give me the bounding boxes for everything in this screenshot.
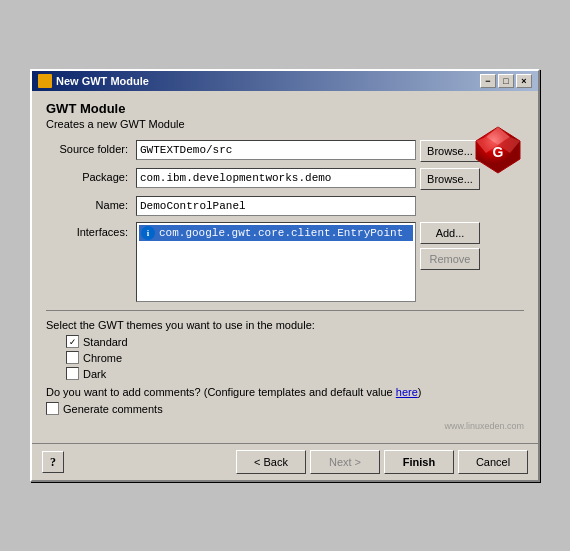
remove-interface-button[interactable]: Remove xyxy=(420,248,480,270)
add-interface-button[interactable]: Add... xyxy=(420,222,480,244)
watermark: www.linuxeden.com xyxy=(46,419,524,433)
watermark-text: www.linuxeden.com xyxy=(444,421,524,431)
navigation-buttons: < Back Next > Finish Cancel xyxy=(236,450,528,474)
package-browse-button[interactable]: Browse... xyxy=(420,168,480,190)
package-label: Package: xyxy=(46,168,136,183)
chrome-checkbox[interactable] xyxy=(66,351,79,364)
comments-section: Do you want to add comments? (Configure … xyxy=(46,386,524,415)
source-folder-label: Source folder: xyxy=(46,140,136,155)
next-button[interactable]: Next > xyxy=(310,450,380,474)
gwt-logo: G xyxy=(472,123,524,175)
help-button[interactable]: ? xyxy=(42,451,64,473)
dark-checkbox[interactable] xyxy=(66,367,79,380)
finish-button[interactable]: Finish xyxy=(384,450,454,474)
titlebar-left: New GWT Module xyxy=(38,74,149,88)
configure-link[interactable]: here xyxy=(396,386,418,398)
maximize-button[interactable]: □ xyxy=(498,74,514,88)
comments-after-text: ) xyxy=(418,386,422,398)
section-description: Creates a new GWT Module xyxy=(46,118,524,130)
source-folder-row: Source folder: Browse... xyxy=(46,140,524,162)
themes-label: Select the GWT themes you want to use in… xyxy=(46,319,524,331)
app-icon xyxy=(38,74,52,88)
minimize-button[interactable]: − xyxy=(480,74,496,88)
logo-area: G xyxy=(472,123,524,175)
close-button[interactable]: × xyxy=(516,74,532,88)
dark-theme-row: Dark xyxy=(66,367,524,380)
interfaces-listbox[interactable]: i com.google.gwt.core.client.EntryPoint xyxy=(136,222,416,302)
interface-entry[interactable]: i com.google.gwt.core.client.EntryPoint xyxy=(139,225,413,241)
titlebar-buttons: − □ × xyxy=(480,74,532,88)
source-folder-browse-button[interactable]: Browse... xyxy=(420,140,480,162)
source-folder-input[interactable] xyxy=(136,140,416,160)
window-title: New GWT Module xyxy=(56,75,149,87)
package-row: Package: Browse... xyxy=(46,168,524,190)
interfaces-action-buttons: Add... Remove xyxy=(420,222,480,270)
dialog-footer: ? < Back Next > Finish Cancel xyxy=(32,443,538,480)
generate-comments-row: Generate comments xyxy=(46,402,524,415)
chrome-theme-row: Chrome xyxy=(66,351,524,364)
dialog-content: G GWT Module Creates a new GWT Module So… xyxy=(32,91,538,443)
chrome-label: Chrome xyxy=(83,352,122,364)
main-window: New GWT Module − □ × xyxy=(30,69,540,482)
comments-before-text: Do you want to add comments? (Configure … xyxy=(46,386,396,398)
interfaces-label: Interfaces: xyxy=(46,222,136,238)
standard-theme-row: ✓ Standard xyxy=(66,335,524,348)
package-input[interactable] xyxy=(136,168,416,188)
interface-text: com.google.gwt.core.client.EntryPoint xyxy=(159,227,403,239)
back-button[interactable]: < Back xyxy=(236,450,306,474)
generate-comments-label: Generate comments xyxy=(63,403,163,415)
divider xyxy=(46,310,524,311)
section-title: GWT Module xyxy=(46,101,524,116)
dark-label: Dark xyxy=(83,368,106,380)
name-label: Name: xyxy=(46,196,136,211)
themes-section: Select the GWT themes you want to use in… xyxy=(46,319,524,380)
standard-label: Standard xyxy=(83,336,128,348)
interfaces-row: Interfaces: i com.google.gwt.core.client… xyxy=(46,222,524,302)
generate-comments-checkbox[interactable] xyxy=(46,402,59,415)
cancel-button[interactable]: Cancel xyxy=(458,450,528,474)
name-row: Name: xyxy=(46,196,524,216)
titlebar: New GWT Module − □ × xyxy=(32,71,538,91)
svg-text:G: G xyxy=(493,144,504,160)
name-input[interactable] xyxy=(136,196,416,216)
comments-question-label: Do you want to add comments? (Configure … xyxy=(46,386,524,398)
info-icon: i xyxy=(141,226,155,240)
standard-checkbox[interactable]: ✓ xyxy=(66,335,79,348)
